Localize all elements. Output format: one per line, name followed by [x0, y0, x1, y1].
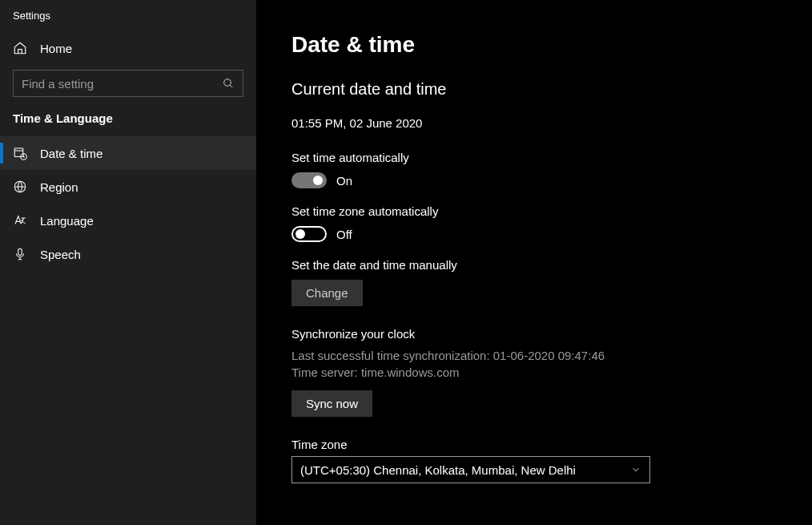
- sidebar: Settings Home Time & Language Date & tim…: [0, 0, 256, 525]
- sidebar-item-label: Region: [40, 180, 78, 194]
- svg-rect-4: [18, 248, 22, 255]
- current-datetime-value: 01:55 PM, 02 June 2020: [291, 116, 812, 130]
- nav-home-label: Home: [40, 42, 72, 55]
- search-container: [0, 63, 256, 111]
- timezone-value: (UTC+05:30) Chennai, Kolkata, Mumbai, Ne…: [300, 463, 576, 477]
- set-time-auto-toggle[interactable]: [291, 172, 327, 188]
- search-field[interactable]: [22, 77, 222, 91]
- sync-now-button[interactable]: Sync now: [291, 390, 372, 417]
- set-tz-auto-state: Off: [336, 228, 352, 241]
- app-title: Settings: [0, 0, 256, 33]
- sidebar-item-speech[interactable]: Speech: [0, 237, 256, 271]
- home-icon: [13, 41, 27, 55]
- language-icon: [13, 213, 27, 228]
- sidebar-item-label: Date & time: [40, 147, 103, 160]
- search-input[interactable]: [13, 70, 243, 97]
- timezone-label: Time zone: [291, 438, 812, 451]
- current-datetime-heading: Current date and time: [291, 80, 812, 99]
- set-tz-auto-toggle[interactable]: [291, 226, 327, 242]
- sync-last-line: Last successful time synchronization: 01…: [291, 347, 812, 364]
- svg-rect-1: [14, 148, 23, 157]
- sidebar-item-label: Language: [40, 214, 94, 228]
- sidebar-item-language[interactable]: Language: [0, 204, 256, 237]
- category-heading: Time & Language: [0, 111, 256, 136]
- sidebar-item-region[interactable]: Region: [0, 170, 256, 204]
- search-icon: [222, 77, 235, 90]
- nav-home[interactable]: Home: [0, 33, 256, 63]
- set-time-auto-state: On: [336, 174, 352, 188]
- set-tz-auto-label: Set time zone automatically: [291, 204, 812, 218]
- sync-server-line: Time server: time.windows.com: [291, 364, 812, 381]
- main-content: Date & time Current date and time 01:55 …: [256, 0, 812, 525]
- globe-icon: [13, 180, 27, 194]
- sidebar-item-date-time[interactable]: Date & time: [0, 136, 256, 170]
- manual-datetime-label: Set the date and time manually: [291, 258, 812, 272]
- chevron-down-icon: [630, 464, 641, 475]
- calendar-clock-icon: [13, 146, 27, 160]
- set-time-auto-label: Set time automatically: [291, 151, 812, 164]
- microphone-icon: [13, 247, 27, 261]
- timezone-dropdown[interactable]: (UTC+05:30) Chennai, Kolkata, Mumbai, Ne…: [291, 456, 650, 483]
- sync-heading: Synchronize your clock: [291, 327, 812, 341]
- svg-point-0: [224, 79, 231, 87]
- sidebar-nav: Date & time Region Language Speech: [0, 136, 256, 271]
- page-title: Date & time: [291, 32, 812, 58]
- change-button[interactable]: Change: [291, 280, 363, 306]
- sidebar-item-label: Speech: [40, 248, 81, 261]
